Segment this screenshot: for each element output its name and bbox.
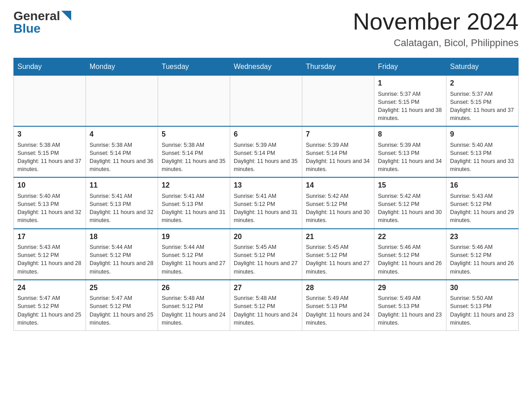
day-number: 12 bbox=[162, 180, 226, 190]
calendar-cell: 29Sunrise: 5:49 AM Sunset: 5:13 PM Dayli… bbox=[374, 280, 446, 331]
calendar-cell: 28Sunrise: 5:49 AM Sunset: 5:13 PM Dayli… bbox=[302, 280, 374, 331]
calendar-cell: 4Sunrise: 5:38 AM Sunset: 5:14 PM Daylig… bbox=[86, 126, 158, 177]
day-header-sunday: Sunday bbox=[14, 58, 86, 76]
day-number: 15 bbox=[378, 180, 442, 190]
calendar-week-row: 10Sunrise: 5:40 AM Sunset: 5:13 PM Dayli… bbox=[14, 177, 519, 228]
day-number: 9 bbox=[450, 129, 515, 139]
day-info: Sunrise: 5:42 AM Sunset: 5:12 PM Dayligh… bbox=[306, 193, 369, 224]
day-number: 2 bbox=[450, 78, 515, 88]
calendar-cell: 10Sunrise: 5:40 AM Sunset: 5:13 PM Dayli… bbox=[14, 177, 86, 228]
calendar-cell: 23Sunrise: 5:46 AM Sunset: 5:12 PM Dayli… bbox=[446, 229, 519, 280]
logo: General Blue bbox=[13, 9, 71, 36]
day-info: Sunrise: 5:44 AM Sunset: 5:12 PM Dayligh… bbox=[90, 244, 153, 275]
calendar-cell bbox=[302, 76, 374, 127]
day-info: Sunrise: 5:39 AM Sunset: 5:14 PM Dayligh… bbox=[306, 142, 369, 173]
svg-marker-0 bbox=[61, 11, 71, 21]
day-info: Sunrise: 5:38 AM Sunset: 5:14 PM Dayligh… bbox=[90, 142, 153, 173]
day-number: 10 bbox=[17, 180, 82, 190]
day-info: Sunrise: 5:39 AM Sunset: 5:13 PM Dayligh… bbox=[378, 142, 442, 173]
day-info: Sunrise: 5:39 AM Sunset: 5:14 PM Dayligh… bbox=[234, 142, 297, 173]
day-number: 18 bbox=[90, 232, 154, 242]
day-number: 20 bbox=[234, 232, 298, 242]
calendar-cell: 16Sunrise: 5:43 AM Sunset: 5:12 PM Dayli… bbox=[446, 177, 519, 228]
day-number: 6 bbox=[234, 129, 298, 139]
day-number: 28 bbox=[306, 283, 370, 293]
day-header-friday: Friday bbox=[374, 58, 446, 76]
day-info: Sunrise: 5:50 AM Sunset: 5:13 PM Dayligh… bbox=[450, 295, 514, 326]
calendar-week-row: 1Sunrise: 5:37 AM Sunset: 5:15 PM Daylig… bbox=[14, 76, 519, 127]
day-number: 22 bbox=[378, 232, 442, 242]
calendar-week-row: 24Sunrise: 5:47 AM Sunset: 5:12 PM Dayli… bbox=[14, 280, 519, 331]
day-info: Sunrise: 5:37 AM Sunset: 5:15 PM Dayligh… bbox=[450, 91, 514, 122]
calendar-cell: 12Sunrise: 5:41 AM Sunset: 5:13 PM Dayli… bbox=[158, 177, 230, 228]
calendar-cell: 15Sunrise: 5:42 AM Sunset: 5:12 PM Dayli… bbox=[374, 177, 446, 228]
day-info: Sunrise: 5:41 AM Sunset: 5:12 PM Dayligh… bbox=[234, 193, 297, 224]
day-info: Sunrise: 5:49 AM Sunset: 5:13 PM Dayligh… bbox=[378, 295, 442, 326]
title-block: November 2024 Calatagan, Bicol, Philippi… bbox=[353, 9, 519, 49]
day-info: Sunrise: 5:41 AM Sunset: 5:13 PM Dayligh… bbox=[90, 193, 153, 224]
day-info: Sunrise: 5:49 AM Sunset: 5:13 PM Dayligh… bbox=[306, 295, 369, 326]
day-number: 19 bbox=[162, 232, 226, 242]
calendar-cell: 21Sunrise: 5:45 AM Sunset: 5:12 PM Dayli… bbox=[302, 229, 374, 280]
calendar-cell: 5Sunrise: 5:38 AM Sunset: 5:14 PM Daylig… bbox=[158, 126, 230, 177]
day-info: Sunrise: 5:42 AM Sunset: 5:12 PM Dayligh… bbox=[378, 193, 442, 224]
calendar-cell bbox=[158, 76, 230, 127]
calendar-cell: 24Sunrise: 5:47 AM Sunset: 5:12 PM Dayli… bbox=[14, 280, 86, 331]
calendar-cell: 25Sunrise: 5:47 AM Sunset: 5:12 PM Dayli… bbox=[86, 280, 158, 331]
day-info: Sunrise: 5:41 AM Sunset: 5:13 PM Dayligh… bbox=[162, 193, 225, 224]
day-info: Sunrise: 5:40 AM Sunset: 5:13 PM Dayligh… bbox=[17, 193, 81, 224]
calendar-cell: 11Sunrise: 5:41 AM Sunset: 5:13 PM Dayli… bbox=[86, 177, 158, 228]
day-info: Sunrise: 5:43 AM Sunset: 5:12 PM Dayligh… bbox=[17, 244, 81, 275]
day-number: 17 bbox=[17, 232, 82, 242]
day-info: Sunrise: 5:43 AM Sunset: 5:12 PM Dayligh… bbox=[450, 193, 514, 224]
day-number: 24 bbox=[17, 283, 82, 293]
calendar-cell: 7Sunrise: 5:39 AM Sunset: 5:14 PM Daylig… bbox=[302, 126, 374, 177]
calendar-cell: 13Sunrise: 5:41 AM Sunset: 5:12 PM Dayli… bbox=[230, 177, 302, 228]
day-header-monday: Monday bbox=[86, 58, 158, 76]
day-info: Sunrise: 5:40 AM Sunset: 5:13 PM Dayligh… bbox=[450, 142, 514, 173]
day-header-wednesday: Wednesday bbox=[230, 58, 302, 76]
calendar-cell: 1Sunrise: 5:37 AM Sunset: 5:15 PM Daylig… bbox=[374, 76, 446, 127]
calendar-cell: 20Sunrise: 5:45 AM Sunset: 5:12 PM Dayli… bbox=[230, 229, 302, 280]
calendar-cell: 2Sunrise: 5:37 AM Sunset: 5:15 PM Daylig… bbox=[446, 76, 519, 127]
day-header-tuesday: Tuesday bbox=[158, 58, 230, 76]
day-number: 30 bbox=[450, 283, 515, 293]
day-info: Sunrise: 5:48 AM Sunset: 5:12 PM Dayligh… bbox=[234, 295, 297, 326]
calendar-table: SundayMondayTuesdayWednesdayThursdayFrid… bbox=[13, 58, 519, 331]
calendar-cell: 8Sunrise: 5:39 AM Sunset: 5:13 PM Daylig… bbox=[374, 126, 446, 177]
calendar-cell: 3Sunrise: 5:38 AM Sunset: 5:15 PM Daylig… bbox=[14, 126, 86, 177]
day-number: 21 bbox=[306, 232, 370, 242]
calendar-cell: 17Sunrise: 5:43 AM Sunset: 5:12 PM Dayli… bbox=[14, 229, 86, 280]
day-info: Sunrise: 5:38 AM Sunset: 5:15 PM Dayligh… bbox=[17, 142, 81, 173]
calendar-cell bbox=[230, 76, 302, 127]
calendar-cell: 22Sunrise: 5:46 AM Sunset: 5:12 PM Dayli… bbox=[374, 229, 446, 280]
calendar-cell: 30Sunrise: 5:50 AM Sunset: 5:13 PM Dayli… bbox=[446, 280, 519, 331]
day-info: Sunrise: 5:46 AM Sunset: 5:12 PM Dayligh… bbox=[378, 244, 442, 275]
calendar-cell: 26Sunrise: 5:48 AM Sunset: 5:12 PM Dayli… bbox=[158, 280, 230, 331]
day-number: 26 bbox=[162, 283, 226, 293]
day-info: Sunrise: 5:45 AM Sunset: 5:12 PM Dayligh… bbox=[306, 244, 369, 275]
calendar-week-row: 3Sunrise: 5:38 AM Sunset: 5:15 PM Daylig… bbox=[14, 126, 519, 177]
calendar-cell: 14Sunrise: 5:42 AM Sunset: 5:12 PM Dayli… bbox=[302, 177, 374, 228]
day-info: Sunrise: 5:47 AM Sunset: 5:12 PM Dayligh… bbox=[17, 295, 81, 326]
day-number: 4 bbox=[90, 129, 154, 139]
calendar-header-row: SundayMondayTuesdayWednesdayThursdayFrid… bbox=[14, 58, 519, 76]
day-number: 13 bbox=[234, 180, 298, 190]
calendar-cell: 19Sunrise: 5:44 AM Sunset: 5:12 PM Dayli… bbox=[158, 229, 230, 280]
day-header-thursday: Thursday bbox=[302, 58, 374, 76]
day-number: 29 bbox=[378, 283, 442, 293]
logo-arrow-icon bbox=[61, 11, 71, 21]
subtitle: Calatagan, Bicol, Philippines bbox=[353, 37, 519, 49]
day-info: Sunrise: 5:46 AM Sunset: 5:12 PM Dayligh… bbox=[450, 244, 514, 275]
calendar-cell: 9Sunrise: 5:40 AM Sunset: 5:13 PM Daylig… bbox=[446, 126, 519, 177]
day-info: Sunrise: 5:38 AM Sunset: 5:14 PM Dayligh… bbox=[162, 142, 225, 173]
calendar-cell bbox=[14, 76, 86, 127]
calendar-cell: 6Sunrise: 5:39 AM Sunset: 5:14 PM Daylig… bbox=[230, 126, 302, 177]
day-number: 27 bbox=[234, 283, 298, 293]
day-number: 1 bbox=[378, 78, 442, 88]
day-number: 25 bbox=[90, 283, 154, 293]
day-number: 16 bbox=[450, 180, 515, 190]
calendar-cell bbox=[86, 76, 158, 127]
day-info: Sunrise: 5:48 AM Sunset: 5:12 PM Dayligh… bbox=[162, 295, 225, 326]
day-number: 23 bbox=[450, 232, 515, 242]
